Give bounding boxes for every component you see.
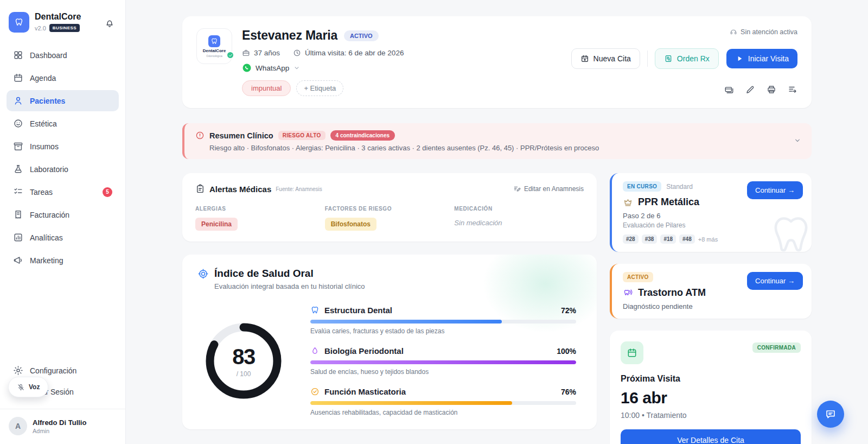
nav-label: Analíticas <box>30 233 63 242</box>
metric-row: Biología Periodontal 100% Salud de encía… <box>310 346 576 376</box>
drop-icon <box>310 346 320 356</box>
voice-label: Voz <box>29 383 40 391</box>
edit-anamnesis-link[interactable]: Editar en Anamnesis <box>513 185 584 193</box>
sidebar-item-laboratorio[interactable]: Laboratorio <box>7 158 119 180</box>
whatsapp-icon <box>242 63 252 73</box>
clock-icon <box>293 49 301 57</box>
avatar: A <box>9 417 27 435</box>
clinic-logo <box>208 35 220 47</box>
oral-health-title: Índice de Salud Oral <box>214 268 314 280</box>
start-visit-button[interactable]: Iniciar Visita <box>726 49 797 68</box>
print-button[interactable] <box>767 85 776 96</box>
sidebar-item-tareas[interactable]: Tareas 5 <box>7 181 119 202</box>
crown-icon <box>623 197 633 207</box>
continue-treatment-button[interactable]: Continuar → <box>747 272 803 290</box>
patient-tag[interactable]: impuntual <box>242 80 291 96</box>
alert-icon <box>195 131 205 140</box>
progress-bar <box>310 360 576 364</box>
treatment-type: Standard <box>666 183 693 191</box>
treatment-card-ppr: EN CURSO Standard PPR Metálica Paso 2 de… <box>610 173 812 252</box>
chevron-down-icon <box>793 136 802 145</box>
rx-order-button[interactable]: Orden Rx <box>655 48 719 69</box>
next-visit-time: 10:00 • Tratamiento <box>621 411 801 420</box>
sidebar-item-dashboard[interactable]: Dashboard <box>7 45 119 66</box>
atm-icon <box>623 288 633 298</box>
nav-label: Laboratorio <box>30 165 68 174</box>
next-visit-card: CONFIRMADA Próxima Visita 16 abr 10:00 •… <box>610 331 812 444</box>
calendar-icon <box>627 347 637 358</box>
tooth-icon <box>210 37 218 45</box>
sidebar-item-pacientes[interactable]: Pacientes <box>7 90 119 111</box>
notifications-button[interactable] <box>105 18 114 30</box>
expand-summary-button[interactable] <box>793 136 802 147</box>
printer-icon <box>767 85 776 94</box>
new-appointment-button[interactable]: Nueva Cita <box>571 48 640 69</box>
chat-icon <box>825 408 837 420</box>
allergy-pill: Penicilina <box>195 218 238 231</box>
patient-name: Estevanez Maria <box>242 28 337 43</box>
tooth-chip: #38 <box>642 234 658 244</box>
chat-fab[interactable] <box>817 401 844 428</box>
visit-calendar-tile <box>621 341 643 364</box>
sidebar-item-analiticas[interactable]: Analíticas <box>7 227 119 248</box>
oral-health-card: Índice de Salud Oral Evaluación integral… <box>182 255 597 429</box>
column-header: FACTORES DE RIESGO <box>325 206 455 212</box>
sidebar-item-facturacion[interactable]: Facturación <box>7 204 119 225</box>
chevron-down-icon <box>293 64 301 72</box>
whatsapp-dropdown[interactable]: WhatsApp <box>242 63 301 73</box>
user-profile[interactable]: A Alfredo Di Tullio Admin <box>0 409 125 444</box>
add-tag-button[interactable]: + Etiqueta <box>296 80 343 96</box>
clinic-subtitle: Odontológica <box>206 54 222 58</box>
clinical-notes-button[interactable] <box>788 85 797 96</box>
medication-value: Sin medicación <box>454 219 584 227</box>
treatment-status-badge: EN CURSO <box>623 181 661 192</box>
more-teeth-label: +8 más <box>698 236 718 243</box>
flask-icon <box>13 164 23 174</box>
main-content: DentalCore Odontológica Estevanez Maria … <box>126 0 868 444</box>
verified-badge <box>226 51 234 59</box>
brand-name: DentalCore <box>35 12 81 22</box>
nav-label: Marketing <box>30 256 63 265</box>
cards-icon <box>724 85 734 94</box>
user-name: Alfredo Di Tullio <box>33 418 86 427</box>
sidebar-item-insumos[interactable]: Insumos <box>7 136 119 157</box>
pencil-icon <box>745 85 755 94</box>
treatment-title: Trastorno ATM <box>638 287 706 299</box>
nav-label: Pacientes <box>30 97 65 105</box>
tooth-chip: #18 <box>660 234 676 244</box>
nav-label: Agenda <box>30 74 56 83</box>
check-circle-icon <box>310 387 320 396</box>
sidebar-item-agenda[interactable]: Agenda <box>7 67 119 88</box>
clipboard-icon <box>195 184 205 194</box>
visit-details-button[interactable]: Ver Detalles de Cita <box>621 429 801 444</box>
metric-row: Estructura Dental 72% Evalúa caries, fra… <box>310 306 576 335</box>
calendar-icon <box>13 73 23 83</box>
tooth-chip: #48 <box>679 234 695 244</box>
nav-label: Tareas <box>30 188 53 196</box>
payment-card-button[interactable] <box>724 85 734 96</box>
clinic-name: DentalCore <box>203 48 226 53</box>
sidebar-item-estetica[interactable]: Estética <box>7 113 119 134</box>
confirmed-badge: CONFIRMADA <box>752 342 801 353</box>
risk-factors-column: FACTORES DE RIESGO Bifosfonatos <box>325 206 455 231</box>
nav-label: Estética <box>30 119 57 128</box>
clinical-summary-banner[interactable]: Resumen Clínico RIESGO ALTO 4 contraindi… <box>182 123 812 159</box>
nav-label: Facturación <box>30 211 69 219</box>
progress-bar <box>310 401 512 405</box>
medication-column: MEDICACIÓN Sin medicación <box>454 206 584 231</box>
chart-icon <box>13 232 23 243</box>
column-header: MEDICACIÓN <box>454 206 584 212</box>
alerts-source: Fuente: Anamnesis <box>276 186 322 192</box>
patient-age: 37 años <box>242 49 280 57</box>
voice-assistant-button[interactable]: Voz <box>8 377 48 397</box>
plan-badge: BUSINESS <box>49 24 80 32</box>
gear-icon <box>13 365 23 376</box>
edit-patient-button[interactable] <box>745 85 755 96</box>
brand-logo <box>9 12 29 33</box>
risk-factor-pill: Bifosfonatos <box>325 218 376 231</box>
sidebar-item-marketing[interactable]: Marketing <box>7 250 119 271</box>
user-icon <box>13 96 23 106</box>
play-icon <box>735 54 744 63</box>
continue-treatment-button[interactable]: Continuar → <box>747 181 803 199</box>
mic-off-icon <box>17 383 25 391</box>
